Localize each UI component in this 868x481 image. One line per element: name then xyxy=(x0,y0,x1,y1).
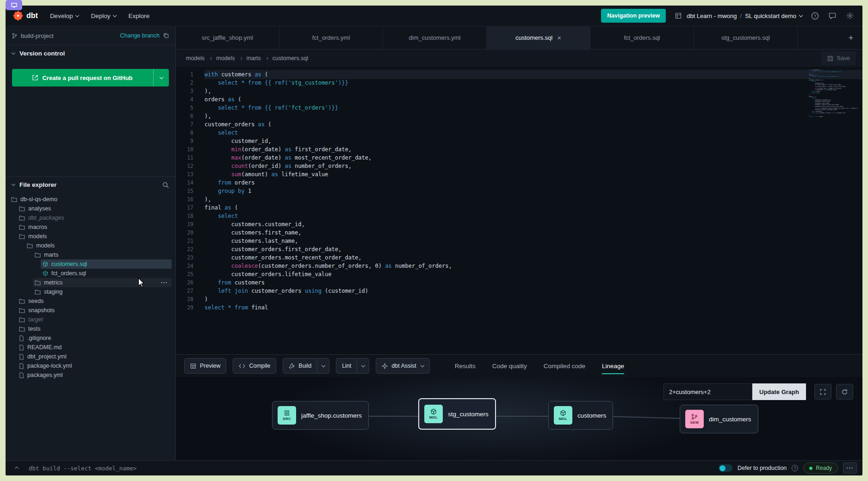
breadcrumb-item: models xyxy=(209,55,235,62)
editor-tab[interactable]: src_jaffle_shop.yml xyxy=(176,26,279,49)
version-control-title: Version control xyxy=(19,50,65,57)
file-tree-item[interactable]: dbt_packages xyxy=(17,213,172,222)
action-button[interactable]: Lint xyxy=(336,358,357,373)
editor-tab[interactable]: fct_orders.yml xyxy=(279,26,383,49)
change-branch-link[interactable]: Change branch xyxy=(120,32,160,39)
create-pr-button[interactable]: Create a pull request on GitHub xyxy=(12,69,169,86)
tab-label: src_jaffle_shop.yml xyxy=(202,34,253,41)
file-tree-item[interactable]: models xyxy=(17,232,172,241)
file-tree-item[interactable]: seeds xyxy=(17,296,172,306)
lineage-node[interactable]: SRCjaffle_shop.customers xyxy=(272,401,369,430)
file-explorer-header[interactable]: File explorer xyxy=(6,176,175,193)
project-name: SL quickstart demo xyxy=(745,12,796,19)
node-type-badge: MDL xyxy=(554,406,572,425)
fullscreen-icon[interactable] xyxy=(814,384,831,400)
file-tree-item[interactable]: dbt_project.yml xyxy=(17,352,172,361)
navigation-preview-button[interactable]: Navigation preview xyxy=(601,9,666,23)
action-dropdown-button[interactable] xyxy=(357,358,369,373)
action-button[interactable]: Preview xyxy=(185,358,226,373)
file-tree-item[interactable]: db-sl-qs-demo xyxy=(9,195,172,204)
file-tree-item[interactable]: package-lock.yml xyxy=(17,361,172,370)
create-pr-label: Create a pull request on GitHub xyxy=(42,74,132,81)
file-tree-item[interactable]: staging xyxy=(33,287,172,296)
git-branch-icon xyxy=(12,33,17,39)
new-tab-button[interactable]: + xyxy=(839,26,862,49)
expand-command-bar-button[interactable] xyxy=(11,463,22,473)
file-tree-item[interactable]: fct_orders.sql xyxy=(41,269,172,278)
chevron-right-icon xyxy=(209,56,212,60)
file-type-icon xyxy=(19,206,25,211)
file-type-icon xyxy=(19,317,25,322)
panel-tab[interactable]: Compiled code xyxy=(544,355,585,377)
lineage-node[interactable]: SEMdim_customers xyxy=(680,405,758,433)
file-tree-item[interactable]: snapshots xyxy=(17,306,172,315)
command-input[interactable]: dbt build --select <model_name> xyxy=(29,465,136,472)
panel-tab[interactable]: Lineage xyxy=(602,355,624,377)
node-type-label: SEM xyxy=(690,420,699,425)
file-tree-item[interactable]: marts xyxy=(33,250,172,259)
lineage-graph[interactable]: SRCjaffle_shop.customersMDLstg_customers… xyxy=(176,377,862,460)
file-tree-item[interactable]: metrics··· xyxy=(33,278,172,287)
defer-help-icon[interactable]: ? xyxy=(792,465,798,471)
save-button[interactable]: Save xyxy=(821,51,856,65)
copy-icon[interactable] xyxy=(163,33,169,38)
editor-tab[interactable]: stg_customers.sql xyxy=(694,26,798,49)
action-button[interactable]: Compile xyxy=(233,358,276,373)
update-graph-button[interactable]: Update Graph xyxy=(752,383,806,400)
file-tree-item[interactable]: README.md xyxy=(17,343,172,352)
close-icon[interactable]: × xyxy=(557,34,561,42)
file-tree-item[interactable]: analyses xyxy=(17,204,172,213)
create-pr-dropdown[interactable] xyxy=(153,69,169,86)
editor-tab[interactable]: customers.sql× xyxy=(487,26,590,49)
create-pr-main[interactable]: Create a pull request on GitHub xyxy=(12,69,153,86)
menu-label: Explore xyxy=(128,12,149,19)
search-icon[interactable] xyxy=(162,182,169,188)
branch-name: build-project xyxy=(21,32,54,39)
action-dropdown-button[interactable] xyxy=(317,358,329,373)
file-type-icon xyxy=(35,280,41,285)
file-tree-item[interactable]: customers.sql xyxy=(41,259,172,269)
file-tree-item[interactable]: macros xyxy=(17,222,172,232)
tab-label: customers.sql xyxy=(515,34,552,41)
editor-tab[interactable]: fct_orders.sql xyxy=(590,26,694,49)
action-button[interactable]: Build xyxy=(283,358,317,373)
row-options-icon[interactable]: ··· xyxy=(161,279,168,286)
panel-tab[interactable]: Code quality xyxy=(492,355,527,377)
top-menu-item[interactable]: Explore xyxy=(128,12,149,19)
top-menu-item[interactable]: Develop xyxy=(50,12,79,19)
lineage-selector-input[interactable] xyxy=(663,383,752,400)
code-lines[interactable]: with customers as ( select * from {{ ref… xyxy=(200,67,862,354)
top-menu-item[interactable]: Deploy xyxy=(91,12,116,19)
file-tree-item[interactable]: tests xyxy=(17,324,172,333)
version-control-header[interactable]: Version control xyxy=(6,45,175,62)
action-button-label: Preview xyxy=(200,363,220,369)
action-bar: PreviewCompileBuildLintdbt Assist Result… xyxy=(176,354,862,377)
panel-tab[interactable]: Results xyxy=(455,355,476,377)
action-button[interactable]: dbt Assist xyxy=(376,358,429,373)
action-button-group: Build xyxy=(283,358,329,374)
file-type-icon xyxy=(19,372,24,378)
more-options-button[interactable]: ··· xyxy=(843,462,857,474)
lineage-node[interactable]: MDLcustomers xyxy=(548,401,613,430)
code-editor[interactable]: 1234567891011121314151617181920212223242… xyxy=(176,67,862,354)
defer-toggle[interactable] xyxy=(719,464,732,472)
menu-label: Develop xyxy=(50,12,73,19)
help-icon[interactable]: ? xyxy=(810,11,820,21)
node-type-label: SRC xyxy=(283,417,291,421)
refresh-icon[interactable] xyxy=(836,384,853,400)
project-breadcrumb[interactable]: dbt Learn - mwong / SL quickstart demo xyxy=(673,11,802,21)
settings-gear-icon[interactable] xyxy=(845,11,855,21)
breadcrumb-bar: modelsmodelsmartscustomers.sql Save xyxy=(176,49,862,67)
lineage-node[interactable]: MDLstg_customers xyxy=(418,398,496,430)
logo-text: dbt xyxy=(26,12,38,20)
file-tree-item[interactable]: .gitignore xyxy=(17,333,172,343)
editor-tab[interactable]: dim_customers.yml xyxy=(383,26,487,49)
file-tree-item[interactable]: packages.yml xyxy=(17,370,172,380)
feedback-icon[interactable] xyxy=(827,11,837,21)
status-right: Defer to production ? Ready ··· xyxy=(719,462,857,474)
breadcrumb-item: customers.sql xyxy=(266,55,308,62)
file-tree-item[interactable]: models xyxy=(25,241,172,250)
breadcrumb-label: customers.sql xyxy=(273,55,308,62)
file-tree-item[interactable]: target xyxy=(17,315,172,324)
tab-label: stg_customers.sql xyxy=(721,34,770,41)
